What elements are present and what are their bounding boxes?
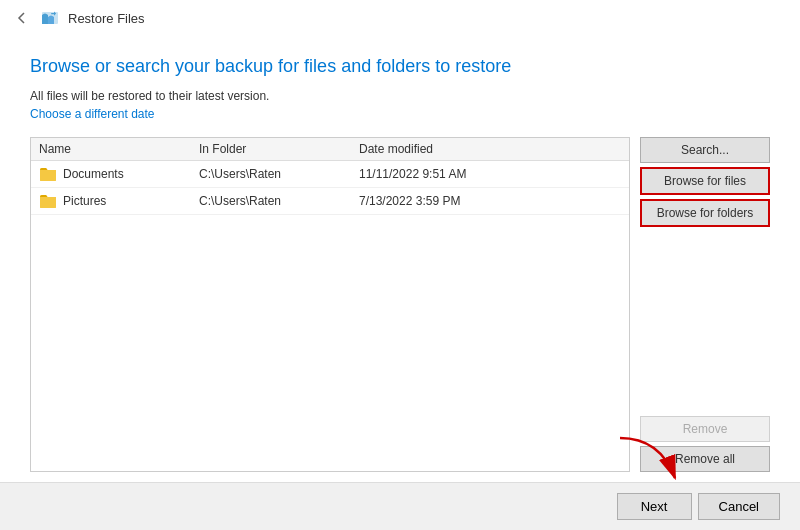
file-list: Name In Folder Date modified Documents — [30, 137, 630, 472]
window-title: Restore Files — [68, 11, 145, 26]
back-button[interactable] — [12, 8, 32, 28]
next-button[interactable]: Next — [617, 493, 692, 520]
table-header: Name In Folder Date modified — [31, 138, 629, 161]
browse-folders-button[interactable]: Browse for folders — [640, 199, 770, 227]
svg-rect-2 — [49, 18, 53, 24]
cancel-button[interactable]: Cancel — [698, 493, 780, 520]
table-row[interactable]: Pictures C:\Users\Raten 7/13/2022 3:59 P… — [31, 188, 629, 215]
file-folder-1: C:\Users\Raten — [199, 167, 359, 181]
footer: Next Cancel — [0, 482, 800, 530]
remove-all-button[interactable]: Remove all — [640, 446, 770, 472]
col-folder-header: In Folder — [199, 142, 359, 156]
folder-icon — [39, 166, 57, 182]
table-row[interactable]: Documents C:\Users\Raten 11/11/2022 9:51… — [31, 161, 629, 188]
window-icon — [40, 8, 60, 28]
window: Restore Files Browse or search your back… — [0, 0, 800, 530]
file-folder-2: C:\Users\Raten — [199, 194, 359, 208]
choose-date-link[interactable]: Choose a different date — [30, 107, 770, 121]
col-date-header: Date modified — [359, 142, 621, 156]
file-date-1: 11/11/2022 9:51 AM — [359, 167, 621, 181]
col-name-header: Name — [39, 142, 199, 156]
search-button[interactable]: Search... — [640, 137, 770, 163]
sidebar-buttons: Search... Browse for files Browse for fo… — [640, 137, 770, 472]
content-area: Browse or search your backup for files a… — [0, 36, 800, 482]
main-area: Name In Folder Date modified Documents — [30, 137, 770, 472]
file-name-2: Pictures — [63, 194, 199, 208]
browse-files-button[interactable]: Browse for files — [640, 167, 770, 195]
page-subtitle: All files will be restored to their late… — [30, 89, 770, 103]
svg-rect-1 — [43, 16, 47, 24]
file-name-1: Documents — [63, 167, 199, 181]
page-heading: Browse or search your backup for files a… — [30, 56, 770, 77]
title-bar: Restore Files — [0, 0, 800, 36]
file-date-2: 7/13/2022 3:59 PM — [359, 194, 621, 208]
folder-icon — [39, 193, 57, 209]
remove-button: Remove — [640, 416, 770, 442]
